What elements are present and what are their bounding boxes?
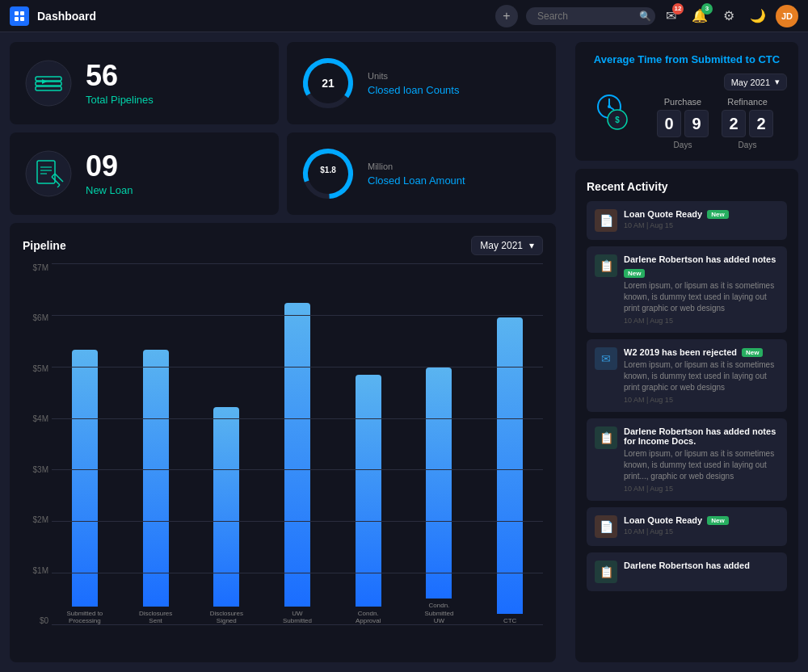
bar-group: CTC (477, 263, 543, 625)
bar-label: CTC (503, 617, 516, 625)
mail-badge: 12 (672, 3, 684, 15)
purchase-days-label: Days (657, 141, 709, 149)
stat-cards-row-1: 56 Total Pipelines 21 Units Closed loan … (10, 42, 556, 124)
bar[interactable] (497, 317, 523, 614)
list-item[interactable]: 📋Darlene Robertson has added notesNewLor… (587, 246, 787, 333)
search-icon: 🔍 (639, 10, 651, 22)
avg-time-metrics: Purchase 0 9 Days Refinance 2 2 (643, 97, 787, 149)
svg-text:$1.8: $1.8 (320, 166, 336, 174)
avatar[interactable]: JD (776, 5, 798, 27)
avg-time-card: Average Time from Submitted to CTC $ (575, 42, 798, 161)
bar[interactable] (72, 350, 98, 607)
settings-button[interactable]: ⚙ (718, 5, 740, 27)
svg-rect-3 (20, 17, 24, 21)
total-pipelines-label: Total Pipelines (86, 94, 154, 106)
add-button[interactable]: + (495, 5, 518, 27)
avg-time-month-row: May 2021 ▾ (643, 74, 787, 90)
refinance-label: Refinance (722, 97, 773, 107)
list-item[interactable]: 📄Loan Quote ReadyNew10 AM | Aug 15 (587, 507, 787, 546)
refinance-digit-1: 2 (722, 110, 746, 137)
list-item[interactable]: ✉W2 2019 has been rejectedNewLorem ipsum… (587, 339, 787, 412)
left-panel: 56 Total Pipelines 21 Units Closed loan … (0, 32, 566, 672)
svg-text:21: 21 (322, 77, 335, 90)
total-pipelines-value: 56 (86, 61, 154, 90)
activity-time: 10 AM | Aug 15 (624, 396, 779, 404)
activity-time: 10 AM | Aug 15 (624, 485, 779, 493)
pipeline-section: Pipeline May 2021 ▾ $7M $6M $5M $4M $3M … (10, 223, 556, 662)
new-badge: New (707, 210, 728, 219)
stat-cards-row-2: 09 New Loan $1.8 Million Closed Loan Amo… (10, 132, 556, 215)
mail-button[interactable]: ✉ 12 (659, 5, 682, 27)
new-badge: New (707, 516, 728, 525)
bar[interactable] (143, 350, 169, 607)
main-content: 56 Total Pipelines 21 Units Closed loan … (0, 32, 808, 672)
new-loan-text: 09 New Loan (86, 152, 133, 196)
y-axis-labels: $7M $6M $5M $4M $3M $2M $1M $0 (23, 263, 48, 625)
activity-title-text: Loan Quote Ready (624, 515, 702, 525)
activity-title-text: Loan Quote Ready (624, 209, 702, 219)
bar-group: UW Submitted (264, 263, 330, 625)
closed-loan-counts-unit: Units (368, 71, 459, 81)
activity-time: 10 AM | Aug 15 (624, 527, 779, 536)
refinance-digits: 2 2 (722, 110, 773, 137)
activity-list: 📄Loan Quote ReadyNew10 AM | Aug 15📋Darle… (587, 201, 787, 651)
recent-activity-section: Recent Activity 📄Loan Quote ReadyNew10 A… (575, 169, 798, 662)
avg-time-right: May 2021 ▾ Purchase 0 9 Days (643, 74, 787, 149)
notifications-button[interactable]: 🔔 3 (688, 5, 711, 27)
svg-rect-1 (20, 11, 24, 15)
activity-title-row: W2 2019 has been rejectedNew (624, 347, 779, 357)
purchase-label: Purchase (657, 97, 709, 107)
activity-title-row: Darlene Robertson has added notes for In… (624, 426, 779, 446)
activity-content: Darlene Robertson has added notesNewLore… (624, 254, 779, 325)
svg-point-12 (26, 151, 71, 196)
topnav: Dashboard + 🔍 ✉ 12 🔔 3 ⚙ 🌙 JD (0, 0, 808, 32)
bar-group: Condn. Submitted UW (406, 263, 473, 625)
pipeline-month-selector[interactable]: May 2021 ▾ (471, 236, 543, 255)
bar[interactable] (426, 368, 452, 599)
new-badge: New (742, 348, 763, 357)
bar[interactable] (356, 375, 381, 607)
logo[interactable] (10, 6, 29, 26)
activity-content: W2 2019 has been rejectedNewLorem ipsum,… (624, 347, 779, 404)
bars-container: Submitted to ProcessingDisclosures SentD… (52, 263, 543, 625)
bar-group: Disclosures Signed (193, 263, 259, 625)
search-input[interactable] (526, 7, 655, 25)
svg-rect-2 (15, 17, 19, 21)
refinance-metric: Refinance 2 2 Days (722, 97, 773, 149)
chart-area: $7M $6M $5M $4M $3M $2M $1M $0 (23, 263, 543, 649)
activity-icon: 📋 (595, 561, 617, 583)
activity-body: Lorem ipsum, or lipsum as it is sometime… (624, 359, 779, 393)
avg-time-month-label: May 2021 (731, 78, 770, 87)
theme-button[interactable]: 🌙 (747, 5, 769, 27)
list-item[interactable]: 📋Darlene Robertson has added notes for I… (587, 418, 787, 501)
avg-time-icon: $ (587, 87, 635, 136)
purchase-digit-2: 9 (684, 110, 709, 137)
total-pipelines-card: 56 Total Pipelines (10, 42, 279, 124)
svg-text:$: $ (615, 116, 620, 124)
bar[interactable] (213, 407, 239, 606)
activity-body: Lorem ipsum, or lipsum as it is sometime… (624, 280, 779, 314)
bar[interactable] (284, 303, 310, 607)
refinance-days-label: Days (722, 141, 773, 149)
pipeline-header: Pipeline May 2021 ▾ (23, 236, 543, 255)
activity-title-row: Loan Quote ReadyNew (624, 515, 779, 525)
avg-time-body: $ May 2021 ▾ Purchase 0 (587, 74, 787, 149)
purchase-metric: Purchase 0 9 Days (657, 97, 709, 149)
avg-time-month-selector[interactable]: May 2021 ▾ (724, 74, 787, 90)
nav-icons: ✉ 12 🔔 3 ⚙ 🌙 JD (659, 5, 798, 27)
chevron-down-icon: ▾ (529, 240, 534, 251)
notification-badge: 3 (701, 3, 713, 15)
activity-content: Darlene Robertson has added (624, 561, 779, 583)
activity-icon: 📋 (595, 254, 617, 277)
page-title: Dashboard (37, 10, 487, 23)
closed-loan-amount-unit: Million (368, 162, 465, 171)
list-item[interactable]: 📄Loan Quote ReadyNew10 AM | Aug 15 (587, 201, 787, 240)
activity-time: 10 AM | Aug 15 (624, 317, 779, 325)
activity-title-row: Loan Quote ReadyNew (624, 209, 779, 219)
list-item[interactable]: 📋Darlene Robertson has added (587, 552, 787, 591)
closed-loan-counts-label: Units Closed loan Counts (368, 71, 459, 96)
activity-icon: 📄 (595, 209, 617, 232)
activity-icon: 📄 (595, 515, 617, 538)
activity-title-text: Darlene Robertson has added notes (624, 254, 776, 264)
closed-loan-amount-label: Million Closed Loan Amount (368, 162, 465, 187)
